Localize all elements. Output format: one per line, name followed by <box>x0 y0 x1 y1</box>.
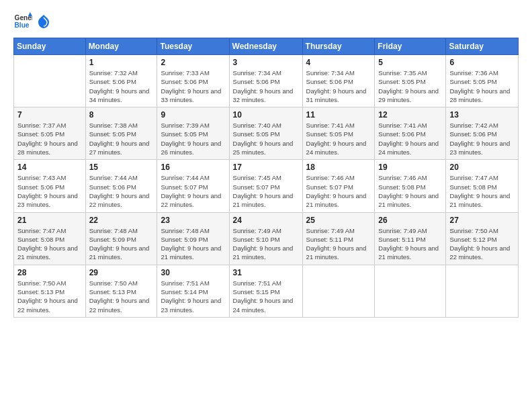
logo-wave-icon <box>38 15 50 28</box>
header: General Blue <box>13 12 519 31</box>
weekday-header-tuesday: Tuesday <box>157 38 229 55</box>
calendar-cell: 4Sunrise: 7:34 AMSunset: 5:06 PMDaylight… <box>302 55 375 107</box>
calendar-cell: 7Sunrise: 7:37 AMSunset: 5:05 PMDaylight… <box>14 107 86 160</box>
calendar-cell: 15Sunrise: 7:44 AMSunset: 5:06 PMDayligh… <box>85 160 157 212</box>
calendar-cell: 8Sunrise: 7:38 AMSunset: 5:05 PMDaylight… <box>85 107 157 160</box>
calendar-body: 1Sunrise: 7:32 AMSunset: 5:06 PMDaylight… <box>14 55 519 318</box>
day-info: Sunrise: 7:46 AMSunset: 5:08 PMDaylight:… <box>378 173 442 209</box>
calendar-cell <box>302 265 375 317</box>
weekday-header-monday: Monday <box>85 38 157 55</box>
day-info: Sunrise: 7:32 AMSunset: 5:06 PMDaylight:… <box>89 68 154 104</box>
day-number: 22 <box>89 216 154 225</box>
day-number: 15 <box>89 163 154 172</box>
day-number: 10 <box>233 110 299 120</box>
day-number: 29 <box>89 268 154 277</box>
weekday-header-wednesday: Wednesday <box>229 38 302 55</box>
calendar-cell <box>375 265 446 317</box>
day-number: 9 <box>161 110 225 120</box>
calendar-cell: 16Sunrise: 7:44 AMSunset: 5:07 PMDayligh… <box>157 160 229 212</box>
day-number: 24 <box>233 216 299 225</box>
logo: General Blue <box>13 12 50 31</box>
calendar-cell: 14Sunrise: 7:43 AMSunset: 5:06 PMDayligh… <box>14 160 86 212</box>
calendar-week-1: 1Sunrise: 7:32 AMSunset: 5:06 PMDaylight… <box>14 55 519 107</box>
calendar-cell: 6Sunrise: 7:36 AMSunset: 5:05 PMDaylight… <box>446 55 519 107</box>
weekday-header-friday: Friday <box>375 38 446 55</box>
calendar-cell: 1Sunrise: 7:32 AMSunset: 5:06 PMDaylight… <box>85 55 157 107</box>
calendar-cell: 23Sunrise: 7:48 AMSunset: 5:09 PMDayligh… <box>157 212 229 265</box>
calendar-cell: 12Sunrise: 7:41 AMSunset: 5:06 PMDayligh… <box>375 107 446 160</box>
day-info: Sunrise: 7:47 AMSunset: 5:08 PMDaylight:… <box>449 173 515 209</box>
day-number: 3 <box>233 58 299 67</box>
day-number: 17 <box>233 163 299 172</box>
weekday-header-sunday: Sunday <box>14 38 86 55</box>
calendar-cell <box>14 55 86 107</box>
calendar-cell: 25Sunrise: 7:49 AMSunset: 5:11 PMDayligh… <box>302 212 375 265</box>
calendar-cell: 2Sunrise: 7:33 AMSunset: 5:06 PMDaylight… <box>157 55 229 107</box>
calendar-cell: 18Sunrise: 7:46 AMSunset: 5:07 PMDayligh… <box>302 160 375 212</box>
day-info: Sunrise: 7:47 AMSunset: 5:08 PMDaylight:… <box>17 226 82 262</box>
day-number: 28 <box>17 268 82 277</box>
calendar-week-3: 14Sunrise: 7:43 AMSunset: 5:06 PMDayligh… <box>14 160 519 212</box>
day-number: 18 <box>306 163 371 172</box>
calendar-cell: 26Sunrise: 7:49 AMSunset: 5:11 PMDayligh… <box>375 212 446 265</box>
calendar-cell <box>446 265 519 317</box>
day-number: 23 <box>161 216 225 225</box>
day-info: Sunrise: 7:34 AMSunset: 5:06 PMDaylight:… <box>306 68 371 104</box>
day-info: Sunrise: 7:46 AMSunset: 5:07 PMDaylight:… <box>306 173 371 209</box>
day-number: 2 <box>161 58 225 67</box>
day-info: Sunrise: 7:45 AMSunset: 5:07 PMDaylight:… <box>233 173 299 209</box>
svg-text:Blue: Blue <box>15 21 30 29</box>
calendar-week-5: 28Sunrise: 7:50 AMSunset: 5:13 PMDayligh… <box>14 265 519 317</box>
day-number: 11 <box>306 110 371 120</box>
day-number: 8 <box>89 110 154 120</box>
day-info: Sunrise: 7:43 AMSunset: 5:06 PMDaylight:… <box>17 173 82 209</box>
calendar-header: SundayMondayTuesdayWednesdayThursdayFrid… <box>14 38 519 55</box>
calendar-cell: 3Sunrise: 7:34 AMSunset: 5:06 PMDaylight… <box>229 55 302 107</box>
logo-icon: General Blue <box>13 12 32 31</box>
day-number: 13 <box>449 110 515 120</box>
day-info: Sunrise: 7:48 AMSunset: 5:09 PMDaylight:… <box>89 226 154 262</box>
day-info: Sunrise: 7:51 AMSunset: 5:15 PMDaylight:… <box>233 279 299 314</box>
calendar-week-2: 7Sunrise: 7:37 AMSunset: 5:05 PMDaylight… <box>14 107 519 160</box>
weekday-header-saturday: Saturday <box>446 38 519 55</box>
calendar-table: SundayMondayTuesdayWednesdayThursdayFrid… <box>13 38 519 318</box>
day-info: Sunrise: 7:42 AMSunset: 5:06 PMDaylight:… <box>449 121 515 156</box>
day-number: 14 <box>17 163 82 172</box>
day-number: 19 <box>378 163 442 172</box>
day-info: Sunrise: 7:50 AMSunset: 5:12 PMDaylight:… <box>449 226 515 262</box>
day-number: 25 <box>306 216 371 225</box>
day-info: Sunrise: 7:35 AMSunset: 5:05 PMDaylight:… <box>378 68 442 104</box>
day-number: 5 <box>378 58 442 67</box>
calendar-cell: 22Sunrise: 7:48 AMSunset: 5:09 PMDayligh… <box>85 212 157 265</box>
calendar-cell: 19Sunrise: 7:46 AMSunset: 5:08 PMDayligh… <box>375 160 446 212</box>
calendar-cell: 11Sunrise: 7:41 AMSunset: 5:05 PMDayligh… <box>302 107 375 160</box>
day-number: 12 <box>378 110 442 120</box>
day-info: Sunrise: 7:49 AMSunset: 5:11 PMDaylight:… <box>378 226 442 262</box>
calendar-cell: 27Sunrise: 7:50 AMSunset: 5:12 PMDayligh… <box>446 212 519 265</box>
weekday-header-row: SundayMondayTuesdayWednesdayThursdayFrid… <box>14 38 519 55</box>
day-info: Sunrise: 7:33 AMSunset: 5:06 PMDaylight:… <box>161 68 225 104</box>
calendar-cell: 21Sunrise: 7:47 AMSunset: 5:08 PMDayligh… <box>14 212 86 265</box>
calendar-cell: 9Sunrise: 7:39 AMSunset: 5:05 PMDaylight… <box>157 107 229 160</box>
calendar-cell: 31Sunrise: 7:51 AMSunset: 5:15 PMDayligh… <box>229 265 302 317</box>
calendar-cell: 10Sunrise: 7:40 AMSunset: 5:05 PMDayligh… <box>229 107 302 160</box>
calendar-cell: 13Sunrise: 7:42 AMSunset: 5:06 PMDayligh… <box>446 107 519 160</box>
calendar-cell: 20Sunrise: 7:47 AMSunset: 5:08 PMDayligh… <box>446 160 519 212</box>
day-info: Sunrise: 7:40 AMSunset: 5:05 PMDaylight:… <box>233 121 299 156</box>
day-info: Sunrise: 7:44 AMSunset: 5:07 PMDaylight:… <box>161 173 225 209</box>
calendar-cell: 17Sunrise: 7:45 AMSunset: 5:07 PMDayligh… <box>229 160 302 212</box>
day-number: 6 <box>449 58 515 67</box>
day-number: 7 <box>17 110 82 120</box>
calendar-page: General Blue SundayMondayTuesdayWednesda… <box>0 0 532 411</box>
day-number: 31 <box>233 268 299 277</box>
day-info: Sunrise: 7:41 AMSunset: 5:05 PMDaylight:… <box>306 121 371 156</box>
calendar-cell: 28Sunrise: 7:50 AMSunset: 5:13 PMDayligh… <box>14 265 86 317</box>
day-number: 20 <box>449 163 515 172</box>
day-info: Sunrise: 7:44 AMSunset: 5:06 PMDaylight:… <box>89 173 154 209</box>
day-info: Sunrise: 7:37 AMSunset: 5:05 PMDaylight:… <box>17 121 82 156</box>
day-number: 4 <box>306 58 371 67</box>
day-info: Sunrise: 7:38 AMSunset: 5:05 PMDaylight:… <box>89 121 154 156</box>
day-info: Sunrise: 7:41 AMSunset: 5:06 PMDaylight:… <box>378 121 442 156</box>
day-number: 16 <box>161 163 225 172</box>
day-info: Sunrise: 7:50 AMSunset: 5:13 PMDaylight:… <box>17 279 82 314</box>
